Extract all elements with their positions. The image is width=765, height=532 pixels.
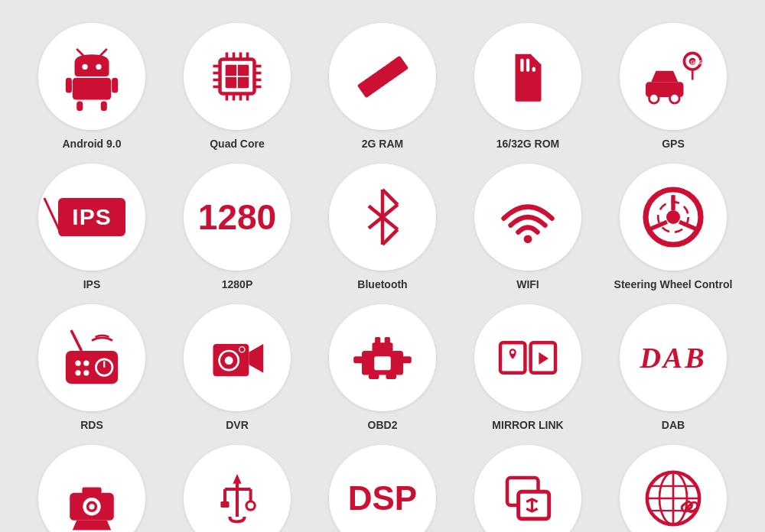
svg-rect-5 (66, 78, 72, 93)
svg-line-35 (374, 70, 376, 72)
svg-rect-84 (353, 356, 363, 363)
svg-rect-82 (375, 337, 380, 344)
svg-rect-81 (373, 342, 393, 352)
circle-ips: IPS (38, 164, 145, 271)
svg-line-36 (378, 66, 380, 69)
svg-rect-4 (73, 78, 111, 100)
dsp-text: DSP (348, 479, 417, 517)
label-obd2: OBD2 (368, 419, 398, 431)
sdcard-icon (496, 44, 561, 109)
wifi-icon (493, 183, 562, 251)
item-rds: RDS (23, 304, 161, 431)
circle-1280p: 1280 (184, 164, 291, 271)
svg-line-39 (392, 57, 393, 60)
label-android: Android 9.0 (62, 138, 121, 150)
svg-line-67 (679, 222, 697, 229)
circle-rom (474, 23, 581, 130)
circle-rds (38, 304, 145, 411)
item-rom: 16/32G ROM (459, 23, 597, 150)
item-1280p: 1280 1280P (168, 164, 306, 290)
circle-dab: DAB (620, 304, 727, 411)
svg-point-96 (89, 504, 94, 509)
1280-text: 1280 (198, 196, 276, 238)
circle-4g (620, 445, 727, 532)
ruler-icon (350, 44, 415, 109)
circle-obd2 (329, 304, 436, 411)
svg-line-38 (386, 60, 389, 63)
label-bluetooth: Bluetooth (357, 278, 407, 290)
svg-line-46 (398, 76, 400, 79)
svg-point-74 (83, 370, 89, 375)
gps-icon: GPS (639, 42, 708, 111)
svg-point-73 (83, 361, 89, 366)
svg-rect-86 (369, 374, 379, 379)
label-mirror: MIRROR LINK (492, 419, 563, 431)
svg-rect-97 (82, 488, 101, 495)
svg-rect-6 (112, 78, 118, 93)
svg-line-44 (389, 81, 392, 84)
item-ram: 2G RAM (314, 23, 451, 150)
svg-point-103 (246, 501, 255, 510)
circle-dvr (184, 304, 291, 411)
item-gps: GPS GPS (604, 23, 742, 150)
item-mirror: MIRROR LINK (459, 304, 597, 431)
dvr-icon (203, 323, 272, 392)
svg-point-91 (511, 351, 515, 355)
item-obd2: OBD2 (314, 304, 451, 431)
circle-wifi (474, 164, 581, 271)
svg-point-71 (75, 361, 80, 366)
svg-rect-88 (374, 356, 391, 370)
svg-point-79 (239, 347, 245, 352)
svg-point-72 (75, 370, 80, 375)
features-grid: Android 9.0 (0, 0, 765, 532)
circle-windows (474, 445, 581, 532)
camera-icon (57, 464, 126, 532)
label-wifi: WIFI (516, 278, 539, 290)
circle-usb (184, 445, 291, 532)
svg-rect-109 (519, 492, 549, 518)
circle-gps: GPS (620, 23, 727, 130)
svg-point-52 (649, 94, 659, 104)
ips-text: IPS (58, 198, 125, 236)
svg-text:GPS: GPS (691, 59, 702, 66)
circle-rear-camera (38, 445, 145, 532)
steering-icon (639, 183, 708, 251)
svg-rect-49 (526, 58, 529, 71)
svg-point-10 (96, 64, 101, 70)
label-dab: DAB (662, 419, 685, 431)
svg-line-40 (372, 93, 374, 96)
svg-point-78 (225, 356, 233, 365)
item-bluetooth: Bluetooth (314, 164, 451, 290)
svg-line-60 (382, 229, 398, 245)
svg-line-70 (71, 330, 82, 351)
network-icon (639, 464, 708, 532)
svg-rect-87 (386, 374, 397, 379)
svg-rect-50 (532, 66, 535, 71)
item-4g: 4G network (604, 445, 742, 532)
circle-android (38, 23, 145, 130)
svg-point-9 (82, 64, 87, 70)
svg-point-53 (670, 94, 680, 104)
item-ips: IPS IPS (23, 164, 161, 290)
circle-mirror (474, 304, 581, 411)
label-quad-core: Quad Core (210, 138, 265, 150)
svg-rect-7 (76, 101, 83, 111)
item-steering: Steering Wheel Control (604, 164, 742, 290)
svg-rect-31 (356, 55, 408, 98)
mirror-icon (493, 323, 562, 392)
svg-line-45 (393, 79, 395, 81)
svg-rect-85 (402, 356, 412, 363)
svg-point-64 (666, 210, 680, 224)
windows-icon (493, 464, 562, 532)
label-rom: 16/32G ROM (496, 138, 559, 150)
radio-icon (57, 323, 126, 392)
label-steering: Steering Wheel Control (614, 278, 733, 290)
item-usb: USB (168, 445, 306, 532)
obd-icon (348, 323, 417, 392)
label-ips: IPS (83, 278, 101, 290)
circle-dsp: DSP (329, 445, 436, 532)
bluetooth-icon (356, 183, 409, 251)
svg-line-2 (76, 49, 83, 56)
svg-point-62 (524, 235, 532, 243)
svg-line-34 (369, 71, 372, 74)
